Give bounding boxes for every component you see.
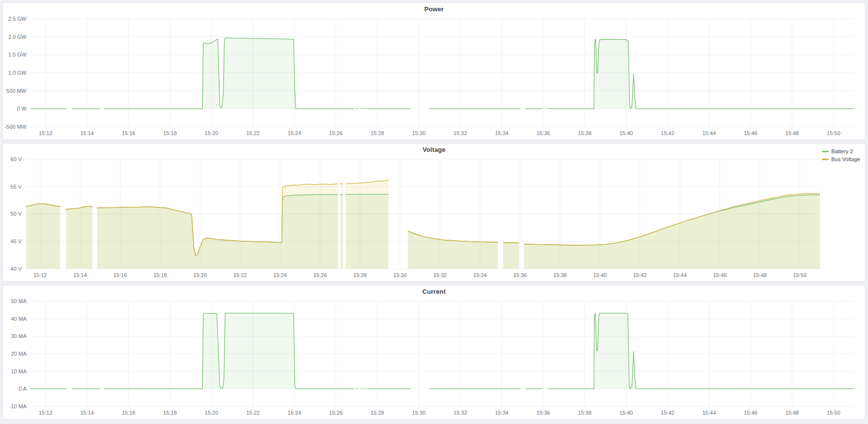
svg-text:10 MA: 10 MA: [11, 368, 27, 374]
gridlines: [30, 19, 854, 127]
svg-text:15:18: 15:18: [163, 410, 177, 416]
svg-text:0 W: 0 W: [17, 106, 27, 112]
current-plot[interactable]: 50 MA40 MA30 MA20 MA10 MA0 A-10 MA15:121…: [3, 297, 865, 419]
svg-text:15:34: 15:34: [473, 272, 487, 278]
gridlines: [30, 301, 854, 406]
svg-text:-500 MW: -500 MW: [4, 124, 27, 130]
svg-text:500 MW: 500 MW: [6, 88, 27, 94]
svg-text:15:42: 15:42: [633, 272, 647, 278]
svg-text:15:16: 15:16: [122, 410, 136, 416]
voltage-plot[interactable]: 60 V55 V50 V45 V40 V15:1215:1415:1615:18…: [3, 155, 865, 282]
svg-text:15:46: 15:46: [713, 272, 727, 278]
svg-text:40 MA: 40 MA: [11, 316, 27, 322]
legend-item-bus-voltage[interactable]: Bus Voltage: [822, 156, 860, 163]
svg-text:15:28: 15:28: [370, 130, 384, 136]
svg-text:20 MA: 20 MA: [11, 351, 27, 357]
svg-text:15:26: 15:26: [329, 130, 343, 136]
svg-text:15:44: 15:44: [702, 410, 716, 416]
legend-item-battery-2[interactable]: Battery 2: [822, 148, 860, 155]
svg-text:15:50: 15:50: [827, 410, 840, 416]
svg-text:15:24: 15:24: [288, 130, 302, 136]
svg-text:1.5 GW: 1.5 GW: [8, 52, 27, 57]
voltage-legend: Battery 2 Bus Voltage: [822, 148, 860, 163]
current-panel-title: Current: [422, 288, 446, 295]
axis-labels: 2.5 GW2.0 GW1.5 GW1.0 GW500 MW0 W-500 MW…: [4, 16, 840, 136]
svg-text:15:22: 15:22: [246, 410, 260, 416]
svg-text:15:40: 15:40: [593, 272, 607, 278]
svg-text:0 A: 0 A: [19, 386, 27, 392]
svg-text:15:28: 15:28: [353, 272, 367, 278]
svg-text:15:22: 15:22: [246, 130, 260, 136]
svg-text:15:24: 15:24: [288, 410, 302, 416]
svg-text:15:30: 15:30: [412, 410, 426, 416]
svg-text:15:30: 15:30: [393, 272, 407, 278]
svg-text:15:20: 15:20: [205, 130, 219, 136]
voltage-panel-header[interactable]: Voltage: [3, 143, 865, 155]
svg-text:1.0 GW: 1.0 GW: [8, 70, 27, 76]
svg-text:15:50: 15:50: [793, 272, 807, 278]
svg-text:15:36: 15:36: [536, 410, 550, 416]
svg-text:15:40: 15:40: [619, 130, 633, 136]
svg-text:15:12: 15:12: [33, 272, 47, 278]
svg-text:15:26: 15:26: [313, 272, 327, 278]
current-chart-svg[interactable]: 50 MA40 MA30 MA20 MA10 MA0 A-10 MA15:121…: [3, 297, 865, 419]
svg-text:15:38: 15:38: [553, 272, 567, 278]
svg-text:15:20: 15:20: [205, 410, 219, 416]
svg-text:15:36: 15:36: [536, 130, 550, 136]
svg-text:15:34: 15:34: [495, 130, 509, 136]
svg-text:15:32: 15:32: [453, 130, 467, 136]
svg-text:15:42: 15:42: [661, 130, 674, 136]
svg-text:15:20: 15:20: [194, 272, 207, 278]
svg-text:15:34: 15:34: [495, 410, 509, 416]
svg-text:45 V: 45 V: [10, 238, 22, 244]
svg-text:15:40: 15:40: [619, 410, 633, 416]
svg-text:15:14: 15:14: [80, 410, 94, 416]
power-panel: Power 2.5 GW2.0 GW1.5 GW1.0 GW500 MW0 W-…: [2, 2, 866, 140]
power-plot[interactable]: 2.5 GW2.0 GW1.5 GW1.0 GW500 MW0 W-500 MW…: [3, 15, 865, 140]
svg-text:50 V: 50 V: [10, 211, 22, 217]
svg-text:15:18: 15:18: [153, 272, 167, 278]
voltage-chart-svg[interactable]: 60 V55 V50 V45 V40 V15:1215:1415:1615:18…: [3, 155, 865, 282]
svg-text:15:48: 15:48: [785, 410, 799, 416]
current-panel: Current 50 MA40 MA30 MA20 MA10 MA0 A-10 …: [2, 285, 866, 420]
svg-text:30 MA: 30 MA: [11, 333, 27, 339]
legend-label-bus-voltage: Bus Voltage: [831, 156, 860, 163]
svg-text:15:46: 15:46: [744, 130, 757, 136]
axis-labels: 50 MA40 MA30 MA20 MA10 MA0 A-10 MA15:121…: [9, 298, 840, 416]
svg-text:15:42: 15:42: [661, 410, 674, 416]
svg-text:15:30: 15:30: [412, 130, 426, 136]
svg-text:15:38: 15:38: [578, 410, 592, 416]
svg-text:15:46: 15:46: [744, 410, 757, 416]
bus-voltage-series-swatch: [822, 159, 829, 160]
power-panel-title: Power: [424, 5, 444, 13]
svg-text:15:12: 15:12: [39, 130, 53, 136]
battery-2-series-swatch: [822, 151, 829, 152]
current-panel-header[interactable]: Current: [3, 285, 865, 297]
svg-text:15:36: 15:36: [513, 272, 527, 278]
svg-text:-10 MA: -10 MA: [9, 403, 27, 409]
power-panel-header[interactable]: Power: [3, 3, 865, 15]
svg-text:15:32: 15:32: [453, 410, 467, 416]
svg-text:15:48: 15:48: [785, 130, 799, 136]
svg-text:15:22: 15:22: [233, 272, 247, 278]
svg-text:15:28: 15:28: [370, 410, 384, 416]
voltage-panel: Voltage 60 V55 V50 V45 V40 V15:1215:1415…: [2, 143, 866, 282]
svg-text:55 V: 55 V: [10, 184, 22, 190]
svg-text:15:18: 15:18: [163, 130, 177, 136]
svg-text:2.5 GW: 2.5 GW: [8, 16, 27, 22]
svg-text:15:38: 15:38: [578, 130, 592, 136]
power-chart-svg[interactable]: 2.5 GW2.0 GW1.5 GW1.0 GW500 MW0 W-500 MW…: [3, 15, 865, 140]
svg-text:2.0 GW: 2.0 GW: [8, 34, 27, 40]
svg-text:15:12: 15:12: [39, 410, 53, 416]
svg-text:15:16: 15:16: [122, 130, 136, 136]
svg-text:15:48: 15:48: [753, 272, 767, 278]
svg-text:50 MA: 50 MA: [11, 298, 27, 304]
svg-text:15:14: 15:14: [73, 272, 87, 278]
svg-text:15:24: 15:24: [273, 272, 287, 278]
svg-text:15:50: 15:50: [827, 130, 840, 136]
voltage-panel-title: Voltage: [422, 146, 446, 153]
svg-text:15:16: 15:16: [113, 272, 127, 278]
svg-text:15:44: 15:44: [702, 130, 716, 136]
svg-text:15:14: 15:14: [80, 130, 94, 136]
svg-text:40 V: 40 V: [10, 266, 22, 272]
